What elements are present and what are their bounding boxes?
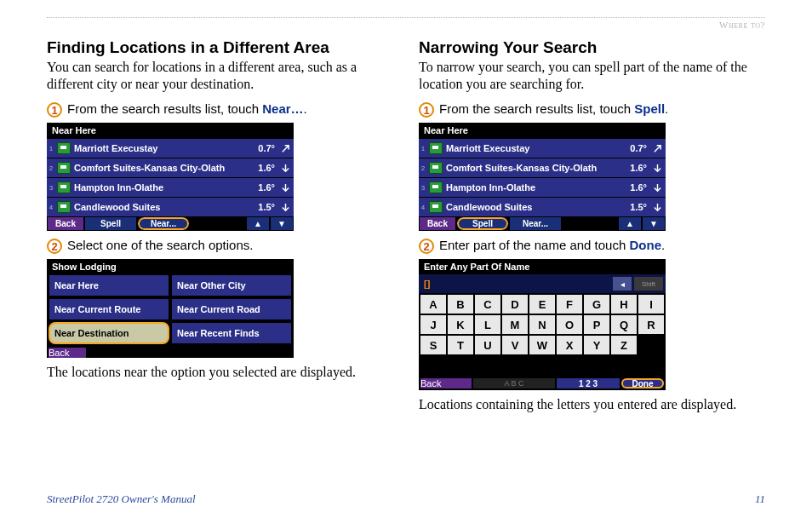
keyboard-done-button[interactable]: Done — [621, 378, 664, 388]
result-row[interactable]: 3Hampton Inn-Olathe1.6° — [419, 177, 666, 197]
lodging-option[interactable]: Near Destination — [49, 322, 169, 344]
result-row[interactable]: 2Comfort Suites-Kansas City-Olath1.6° — [419, 158, 666, 177]
direction-icon — [280, 163, 290, 173]
keyboard-abc-button[interactable]: A B C — [473, 378, 555, 388]
keyboard-123-button[interactable]: 1 2 3 — [557, 378, 620, 388]
result-index: 3 — [49, 184, 54, 192]
result-row[interactable]: 4Candlewood Suites1.5° — [419, 197, 666, 216]
direction-icon — [652, 143, 662, 153]
keyboard-key[interactable]: A — [420, 295, 446, 314]
keyboard-key-blank — [638, 336, 664, 354]
results-title: Near Here — [419, 123, 666, 138]
keyboard-key[interactable]: Q — [611, 315, 637, 334]
result-index: 4 — [420, 204, 426, 211]
keyboard-key[interactable]: S — [420, 336, 446, 354]
result-distance: 0.7° — [258, 143, 277, 153]
left-column: Finding Locations in a Different Area Yo… — [47, 38, 393, 426]
result-row[interactable]: 3Hampton Inn-Olathe1.6° — [47, 177, 294, 197]
step-number-1-icon: 1 — [47, 102, 62, 118]
step-number-1-icon: 1 — [419, 102, 434, 118]
lodging-option[interactable]: Near Recent Finds — [171, 322, 292, 344]
lodging-icon — [429, 181, 443, 193]
right-after: Locations containing the letters you ent… — [419, 397, 765, 412]
result-row[interactable]: 1Marriott Execustay0.7° — [47, 138, 294, 158]
keyboard-key[interactable]: G — [584, 295, 609, 314]
keyboard-key[interactable]: Y — [584, 336, 609, 354]
result-distance: 0.7° — [630, 143, 649, 153]
keyboard-title: Enter Any Part Of Name — [419, 259, 666, 274]
lodging-icon — [57, 142, 71, 154]
keyboard-key[interactable]: N — [529, 315, 555, 334]
left-intro: You can search for locations in a differ… — [47, 59, 393, 93]
keyboard-input[interactable]: [] — [421, 277, 610, 291]
results-screenshot-left: Near Here 1Marriott Execustay0.7°2Comfor… — [47, 123, 294, 231]
keyboard-key[interactable]: R — [638, 315, 664, 334]
back-button[interactable]: Back — [47, 216, 84, 231]
lodging-option[interactable]: Near Other City — [171, 274, 292, 296]
result-name: Comfort Suites-Kansas City-Olath — [446, 163, 626, 173]
direction-icon — [652, 163, 662, 173]
keyboard-key[interactable]: K — [448, 315, 473, 334]
keyboard-key[interactable]: W — [529, 336, 555, 354]
lodging-icon — [57, 162, 71, 174]
result-row[interactable]: 4Candlewood Suites1.5° — [47, 197, 294, 216]
left-heading: Finding Locations in a Different Area — [47, 38, 393, 57]
result-index: 3 — [420, 184, 426, 192]
up-button[interactable]: ▲ — [246, 216, 270, 231]
keyboard-key[interactable]: T — [448, 336, 473, 354]
spell-button[interactable]: Spell — [84, 216, 137, 231]
down-button[interactable]: ▼ — [270, 216, 294, 231]
keyboard-back-button[interactable]: Back — [420, 378, 472, 388]
keyboard-key[interactable]: C — [475, 295, 500, 314]
page-number: 11 — [755, 492, 765, 506]
keyboard-key[interactable]: Z — [611, 336, 637, 354]
result-distance: 1.6° — [258, 163, 277, 173]
lodging-back-button[interactable]: Back — [49, 348, 86, 358]
result-name: Candlewood Suites — [446, 202, 626, 212]
spell-button[interactable]: Spell — [456, 216, 509, 231]
right-step-1: From the search results list, touch Spel… — [439, 101, 668, 116]
breadcrumb: Where to? — [47, 20, 765, 30]
shift-button[interactable]: Shift — [634, 277, 663, 291]
result-row[interactable]: 2Comfort Suites-Kansas City-Olath1.6° — [47, 158, 294, 177]
down-button[interactable]: ▼ — [642, 216, 666, 231]
keyboard-key[interactable]: M — [502, 315, 528, 334]
result-distance: 1.6° — [258, 182, 277, 193]
direction-icon — [652, 202, 662, 212]
keyboard-key[interactable]: D — [502, 295, 528, 314]
keyboard-key[interactable]: B — [448, 295, 473, 314]
results-title: Near Here — [47, 123, 294, 138]
keyboard-key[interactable]: X — [557, 336, 582, 354]
keyboard-key[interactable]: J — [420, 315, 446, 334]
footer-title: StreetPilot 2720 Owner's Manual — [47, 492, 196, 506]
lodging-option[interactable]: Near Here — [49, 274, 169, 296]
near-button[interactable]: Near... — [137, 216, 190, 231]
direction-icon — [280, 182, 290, 193]
lodging-option[interactable]: Near Current Road — [171, 298, 292, 320]
keyboard-key[interactable]: H — [611, 295, 637, 314]
lodging-option[interactable]: Near Current Route — [49, 298, 169, 320]
lodging-icon — [57, 201, 71, 213]
keyboard-key[interactable]: F — [557, 295, 582, 314]
keyboard-key[interactable]: V — [502, 336, 528, 354]
up-button[interactable]: ▲ — [618, 216, 642, 231]
result-distance: 1.6° — [630, 163, 649, 173]
back-button[interactable]: Back — [419, 216, 456, 231]
keyboard-key[interactable]: P — [584, 315, 609, 334]
keyboard-key[interactable]: L — [475, 315, 500, 334]
near-button[interactable]: Near... — [509, 216, 562, 231]
result-row[interactable]: 1Marriott Execustay0.7° — [419, 138, 666, 158]
direction-icon — [652, 182, 662, 193]
keyboard-key[interactable]: U — [475, 336, 500, 354]
lodging-screenshot: Show Lodging Near HereNear Other CityNea… — [47, 259, 294, 358]
result-name: Hampton Inn-Olathe — [446, 182, 626, 193]
keyboard-key[interactable]: E — [529, 295, 555, 314]
backspace-button[interactable]: ◂ — [613, 277, 632, 291]
keyboard-key[interactable]: O — [557, 315, 582, 334]
result-distance: 1.6° — [630, 182, 649, 193]
result-index: 4 — [49, 204, 54, 211]
lodging-icon — [429, 162, 443, 174]
keyboard-key[interactable]: I — [638, 295, 664, 314]
result-index: 1 — [49, 145, 54, 153]
direction-icon — [280, 202, 290, 212]
